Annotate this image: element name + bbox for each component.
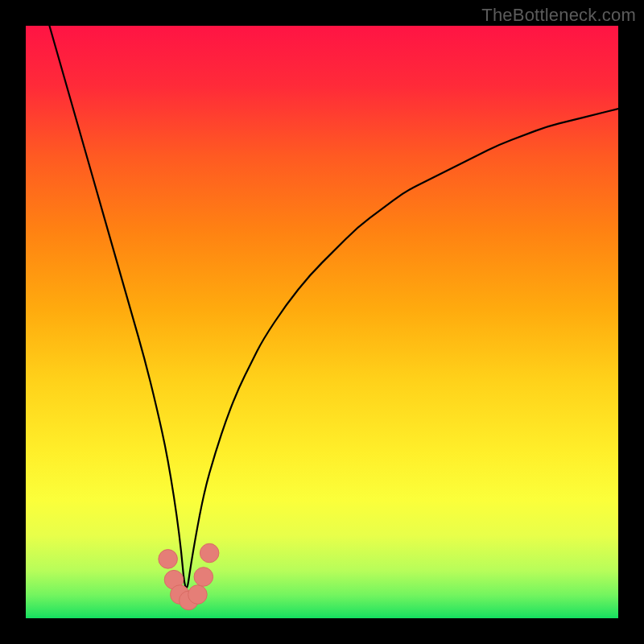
chart-svg	[26, 26, 618, 618]
plot-area	[26, 26, 618, 618]
marker-dot	[194, 568, 213, 587]
marker-dot	[188, 585, 208, 605]
outer-frame: TheBottleneck.com	[0, 0, 644, 644]
marker-dot	[200, 543, 219, 563]
watermark-text: TheBottleneck.com	[481, 5, 636, 26]
gradient-background	[26, 26, 618, 618]
marker-dot	[159, 550, 178, 569]
